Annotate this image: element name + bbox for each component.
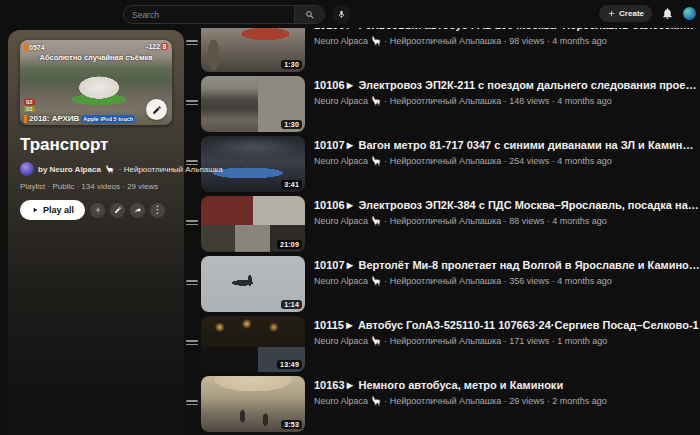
video-text: 10107► Вертолёт Ми-8 пролетает над Волго…: [314, 256, 700, 286]
video-thumbnail[interactable]: 1:30: [201, 76, 305, 132]
playlist-stats: Playlist · Public · 134 videos · 29 view…: [20, 182, 172, 191]
plus-icon: [94, 206, 102, 214]
playlist-byline: by Neuro Alpaca 🦙 · Нейроотличный Альпаш…: [20, 162, 172, 176]
search-button[interactable]: [294, 6, 324, 23]
plus-icon: [607, 9, 616, 18]
pencil-icon: [114, 206, 122, 214]
bell-icon: [661, 7, 674, 20]
video-duration-badge: 1:30: [281, 60, 302, 69]
account-avatar[interactable]: [683, 7, 696, 20]
create-button[interactable]: Create: [599, 5, 652, 22]
playlist-video-row[interactable]: 1:30 10106► Электровоз ЭП2К-211 с поездо…: [186, 76, 700, 136]
play-all-label: Play all: [43, 205, 74, 215]
video-title[interactable]: 10107► Вагон метро 81-717 0347 с синими …: [314, 138, 700, 152]
video-title[interactable]: 10107► Вертолёт Ми-8 пролетает над Волго…: [314, 258, 700, 272]
playlist-video-row[interactable]: 3:53 10163► Немного автобуса, метро и Ка…: [186, 376, 700, 435]
llama-emoji: 🦙: [105, 165, 115, 174]
drag-handle-icon[interactable]: [186, 340, 198, 345]
search-icon: [305, 10, 315, 20]
thumb-caption: Абсолютно случайная съёмка: [20, 53, 172, 62]
drag-handle-icon[interactable]: [186, 220, 198, 225]
video-text: 10163► Немного автобуса, метро и Каминок…: [314, 376, 607, 406]
video-duration-badge: 3:41: [281, 180, 302, 189]
share-icon: [134, 206, 142, 214]
edit-playlist-button[interactable]: [110, 203, 125, 218]
thumb-counter-right: -122 8: [146, 43, 168, 50]
voice-search-button[interactable]: [332, 5, 351, 24]
video-thumbnail[interactable]: 1:14: [201, 256, 305, 312]
playlist-thumbnail[interactable]: 0574 Абсолютно случайная съёмка -122 8 0…: [20, 40, 172, 125]
playlist-video-row[interactable]: 21:09 10106► Электровоз ЭП2К-384 с ПДС М…: [186, 196, 700, 256]
play-icon: [31, 206, 39, 214]
video-meta[interactable]: Neuro Alpaca 🦙 · Нейроотличный Альпашка …: [314, 96, 700, 106]
playlist-actions: Play all ⋮: [20, 200, 172, 220]
orange-marker: [24, 43, 27, 51]
drag-handle-icon[interactable]: [186, 40, 198, 45]
video-duration-badge: 1:30: [281, 120, 302, 129]
video-list: 1:30 10106► Рельсовый автобус РА2-106 Мо…: [186, 16, 700, 435]
video-thumbnail[interactable]: 13:49: [201, 316, 305, 372]
microphone-icon: [337, 10, 346, 19]
playlist-title: Транспорт: [20, 135, 172, 155]
video-meta[interactable]: Neuro Alpaca 🦙 · Нейроотличный Альпашка …: [314, 156, 700, 166]
video-meta[interactable]: Neuro Alpaca 🦙 · Нейроотличный Альпашка …: [314, 36, 700, 46]
drag-handle-icon[interactable]: [186, 280, 198, 285]
search-input[interactable]: [124, 6, 294, 23]
drag-handle-icon[interactable]: [186, 100, 198, 105]
video-title[interactable]: 10163► Немного автобуса, метро и Каминок…: [314, 378, 607, 392]
kebab-menu-icon: ⋮: [153, 205, 163, 215]
notifications-button[interactable]: [661, 7, 674, 20]
playlist-header-panel: 0574 Абсолютно случайная съёмка -122 8 0…: [8, 30, 184, 435]
thumb-date-chips: 02 03: [24, 99, 35, 112]
create-button-label: Create: [619, 9, 644, 18]
video-thumbnail[interactable]: 3:53: [201, 376, 305, 432]
more-actions-button[interactable]: ⋮: [150, 203, 165, 218]
video-meta[interactable]: Neuro Alpaca 🦙 · Нейроотличный Альпашка …: [314, 396, 607, 406]
pencil-icon: [152, 105, 162, 115]
video-title[interactable]: 10106► Электровоз ЭП2К-211 с поездом дал…: [314, 78, 700, 92]
video-text: 10107► Вагон метро 81-717 0347 с синими …: [314, 136, 700, 166]
playlist-video-row[interactable]: 13:49 10115► Автобус ГолАЗ-525110-11 107…: [186, 316, 700, 376]
play-all-button[interactable]: Play all: [20, 200, 85, 220]
video-text: 10106► Электровоз ЭП2К-384 с ПДС Москва–…: [314, 196, 700, 226]
video-duration-badge: 13:49: [277, 360, 302, 369]
video-duration-badge: 1:14: [281, 300, 302, 309]
thumb-counter-left: 0574: [24, 43, 45, 51]
video-title[interactable]: 10115► Автобус ГолАЗ-525110-11 107663·24…: [314, 318, 699, 332]
device-chip: Apple iPod 5 touch: [81, 115, 135, 123]
video-duration-badge: 21:09: [277, 240, 302, 249]
playlist-video-row[interactable]: 3:41 10107► Вагон метро 81-717 0347 с си…: [186, 136, 700, 196]
video-meta[interactable]: Neuro Alpaca 🦙 · Нейроотличный Альпашка …: [314, 216, 700, 226]
video-meta[interactable]: Neuro Alpaca 🦙 · Нейроотличный Альпашка …: [314, 336, 699, 346]
share-playlist-button[interactable]: [130, 203, 145, 218]
top-bar: Create: [0, 0, 700, 28]
edit-thumbnail-button[interactable]: [146, 99, 167, 120]
video-title[interactable]: 10106► Электровоз ЭП2К-384 с ПДС Москва–…: [314, 198, 700, 212]
video-duration-badge: 3:53: [281, 420, 302, 429]
orange-marker: [24, 115, 27, 123]
owner-avatar[interactable]: [20, 162, 34, 176]
playlist-video-row[interactable]: 1:14 10107► Вертолёт Ми-8 пролетает над …: [186, 256, 700, 316]
video-meta[interactable]: Neuro Alpaca 🦙 · Нейроотличный Альпашка …: [314, 276, 700, 286]
thumb-badge: 8: [161, 43, 168, 50]
video-text: 10106► Электровоз ЭП2К-211 с поездом дал…: [314, 76, 700, 106]
thumb-year-line: 2018: АРХИВ Apple iPod 5 touch: [24, 114, 135, 123]
search-box[interactable]: [123, 5, 325, 24]
add-to-library-button[interactable]: [90, 203, 105, 218]
video-thumbnail[interactable]: 21:09: [201, 196, 305, 252]
owner-handle[interactable]: · Нейроотличный Альпашка: [119, 165, 223, 174]
drag-handle-icon[interactable]: [186, 400, 198, 405]
video-text: 10115► Автобус ГолАЗ-525110-11 107663·24…: [314, 316, 699, 346]
playlist-owner[interactable]: by Neuro Alpaca: [38, 165, 101, 174]
